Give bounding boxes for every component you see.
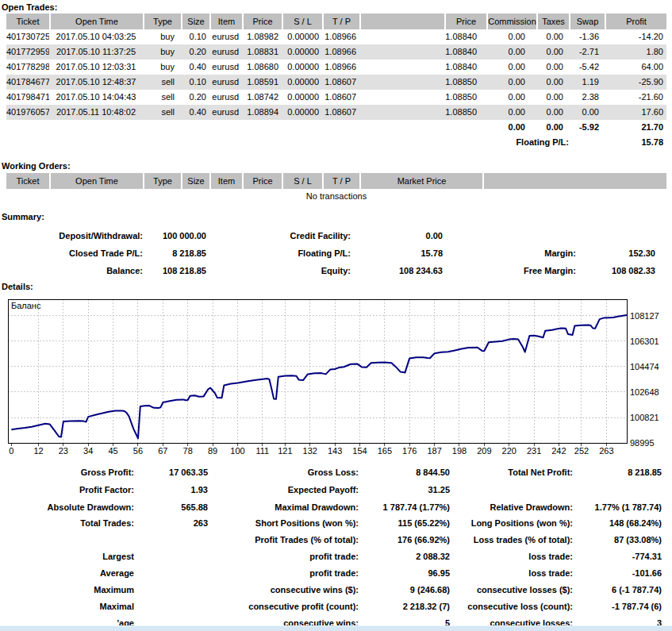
cell: 0.10 [181, 29, 209, 44]
totals-cell: 21.70 [605, 120, 666, 135]
cell: 401778298 [6, 60, 49, 75]
cell: 1.08840 [444, 44, 486, 60]
cell: 0.00 [536, 60, 569, 75]
cell: 1.08982 [242, 29, 282, 44]
open-trades-section-label: Open Trades: [2, 2, 57, 13]
x-axis-tick-label: 23 [59, 446, 68, 456]
x-axis-tick-label: 34 [83, 446, 93, 456]
column-header: Price [444, 13, 486, 29]
column-header: Swap [569, 13, 605, 29]
open-trades-table: TicketOpen TimeTypeSizeItemPriceS / LT /… [6, 13, 666, 150]
cell: 0.00 [486, 60, 536, 75]
stat-label: consecutive wins ($): [208, 582, 359, 598]
stat-value: 8 218.85 [573, 464, 662, 481]
totals-cell: -5.92 [569, 120, 605, 135]
column-header: S / L [282, 13, 322, 29]
column-header: Price [242, 13, 282, 29]
window-bottom-edge [0, 625, 672, 631]
stat-value: 2 088.32 [359, 548, 450, 565]
stat-label: Loss trades (% of total): [450, 532, 573, 548]
stat-value: 87 (33.08%) [573, 532, 662, 548]
details-section-label: Details: [2, 281, 33, 292]
table-row: 4017984712017.05.10 14:04:43sell0.20euru… [6, 90, 666, 105]
stat-label: Short Positions (won %): [208, 515, 359, 532]
column-header: Open Time [49, 13, 143, 29]
stat-label: Deposit/Withdrawal: [6, 227, 143, 244]
cell: 0.00 [486, 105, 536, 120]
stat-label: Relative Drawdown: [450, 498, 573, 516]
x-axis-tick-label: 154 [352, 446, 367, 456]
stat-label: Total Trades: [6, 515, 134, 532]
x-axis-tick-label: 176 [402, 446, 417, 456]
stat-value: 148 (68.24%) [573, 515, 662, 532]
column-header: Market Price [359, 173, 482, 189]
cell: eurusd [209, 90, 242, 105]
cell: 0.00000 [282, 44, 322, 60]
column-header [359, 13, 444, 29]
cell: sell [143, 105, 181, 120]
stat-value: -774.31 [573, 548, 662, 565]
x-axis-tick-label: 209 [477, 446, 491, 456]
cell [359, 105, 444, 120]
y-axis-tick-label: 108127 [630, 311, 659, 321]
column-header: S / L [282, 173, 322, 189]
x-axis-tick-label: 242 [551, 446, 566, 456]
x-axis-tick-label: 12 [33, 446, 43, 456]
stat-label: Maximum [6, 582, 134, 598]
totals-cell [49, 120, 143, 135]
x-axis-tick-label: 56 [133, 446, 143, 456]
cell: 0.00000 [282, 105, 322, 120]
column-header: Type [143, 13, 181, 29]
cell: 0.00 [536, 29, 569, 44]
cell: 401798471 [6, 90, 49, 105]
cell: 401772959 [6, 44, 49, 60]
cell: 1.08840 [444, 29, 486, 44]
column-header: Profit [605, 13, 666, 29]
column-header: Taxes [536, 13, 569, 29]
cell: -5.42 [569, 60, 605, 75]
stat-label: Maximal [6, 598, 134, 615]
cell: 17.60 [605, 105, 666, 120]
balance-chart: 9899510082110264810447410630110812701223… [0, 298, 672, 456]
cell: eurusd [209, 29, 242, 44]
cell: 0.40 [181, 60, 209, 75]
cell: 0.00000 [282, 29, 322, 44]
stat-value: 115 (65.22%) [359, 515, 450, 532]
column-header: T / P [322, 13, 359, 29]
stat-value [134, 532, 208, 548]
cell: 1.80 [605, 44, 666, 60]
cell: 2017.05.10 04:03:25 [49, 29, 143, 44]
results-summary-grid: Gross Profit:17 063.35Gross Loss:8 844.5… [6, 464, 662, 516]
stat-label: Balance: [6, 262, 143, 279]
stat-value: 31.25 [359, 481, 450, 498]
cell: eurusd [209, 44, 242, 60]
column-header: Ticket [6, 173, 49, 189]
stat-label: loss trade: [450, 548, 573, 565]
working-orders-section-label: Working Orders: [2, 160, 71, 171]
cell: -25.90 [605, 75, 666, 90]
cell: 1.08966 [322, 60, 359, 75]
cell: 2.38 [569, 90, 605, 105]
cell: 1.08591 [242, 75, 282, 90]
summary-grid: Deposit/Withdrawal:100 000.00Credit Faci… [6, 227, 655, 279]
stat-label: Total Net Profit: [450, 464, 573, 481]
stat-value: 1.93 [134, 481, 208, 498]
stat-value: 6 (-1 787.74) [573, 582, 662, 598]
y-axis-tick-label: 100821 [630, 413, 659, 422]
cell: 0.00 [536, 44, 569, 60]
table-row: 4019760572017.05.11 10:48:02sell0.40euru… [6, 105, 666, 120]
cell: buy [143, 44, 181, 60]
mt4-statement-report: Open Trades: TicketOpen TimeTypeSizeItem… [0, 0, 672, 631]
column-header: Type [143, 173, 181, 189]
x-axis-tick-label: 143 [328, 446, 342, 456]
stat-label [450, 481, 573, 498]
column-header: Item [209, 173, 242, 189]
cell: 0.20 [181, 90, 209, 105]
stat-label: Maximal Drawdown: [208, 498, 359, 516]
cell: -2.71 [569, 44, 605, 60]
x-axis-tick-label: 78 [183, 446, 193, 456]
cell: 401730725 [6, 29, 49, 44]
y-axis-tick-label: 98995 [630, 438, 655, 448]
cell: sell [143, 90, 181, 105]
stat-label: Profit Trades (% of total): [208, 532, 359, 548]
